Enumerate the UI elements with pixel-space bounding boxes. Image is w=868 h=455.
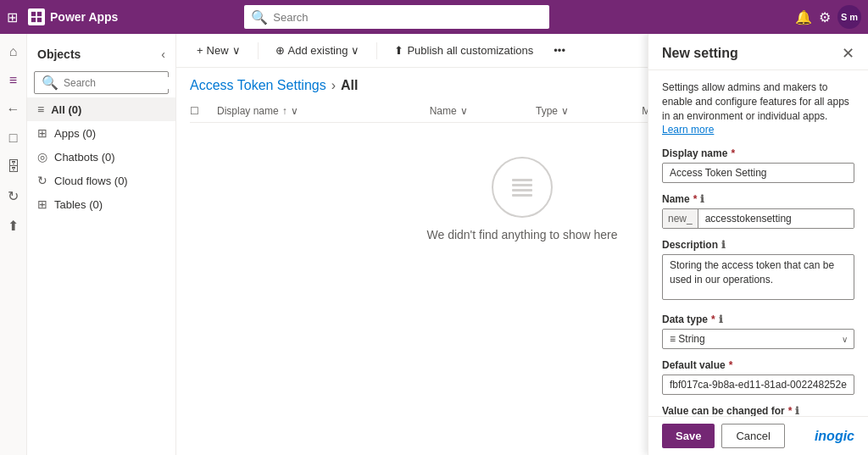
new-label: New	[207, 44, 229, 57]
sidebar-item-all-label: All (0)	[51, 103, 81, 116]
add-existing-icon: ⊕	[275, 44, 285, 57]
svg-rect-3	[37, 18, 42, 22]
search-input[interactable]	[273, 11, 542, 24]
sidebar-header: Objects ‹	[27, 41, 175, 68]
sidebar-item-cloud-flows[interactable]: ↻ Cloud flows (0)	[27, 169, 175, 192]
top-navigation: ⊞ Power Apps 🔍 🔔 ⚙ S m	[0, 0, 868, 34]
apps-icon[interactable]: □	[6, 127, 21, 149]
svg-rect-1	[37, 12, 42, 16]
panel-footer: Save Cancel inogic	[648, 416, 868, 455]
new-setting-panel: New setting ✕ Settings allow admins and …	[648, 34, 868, 455]
data-type-info-icon[interactable]: ℹ	[719, 314, 723, 325]
learn-more-link[interactable]: Learn more	[662, 124, 714, 136]
default-value-required: *	[729, 359, 733, 371]
filter-icon: ∨	[291, 105, 298, 117]
description-info-icon[interactable]: ℹ	[721, 239, 726, 251]
name-prefix-text: new_	[663, 209, 698, 228]
inogic-logo: inogic	[815, 429, 854, 444]
data-type-select-wrapper: ≡ String Number Boolean ∨	[662, 329, 854, 349]
publish-icon[interactable]: ⬆	[4, 214, 22, 237]
empty-icon	[492, 157, 553, 218]
grid-icon[interactable]: ⊞	[7, 9, 18, 25]
value-changed-required: *	[788, 405, 793, 416]
description-textarea[interactable]: Storing the access token that can be use…	[662, 254, 854, 300]
data-type-label: Data type * ℹ	[662, 314, 854, 325]
th-type[interactable]: Type ∨	[536, 105, 642, 117]
svg-rect-2	[31, 18, 36, 22]
plus-icon: +	[197, 44, 203, 57]
chatbots-icon: ◎	[37, 150, 47, 164]
search-bar[interactable]: 🔍	[244, 5, 549, 29]
brand-icon	[28, 8, 45, 25]
toolbar-divider-1	[258, 42, 259, 59]
name-group: Name * ℹ new_	[662, 193, 854, 229]
back-icon[interactable]: ←	[3, 98, 24, 120]
settings-icon[interactable]: ⚙	[819, 9, 831, 25]
apps-sidebar-icon: ⊞	[37, 126, 47, 140]
type-sort-icon: ∨	[561, 105, 569, 117]
sidebar-item-tables-label: Tables (0)	[54, 198, 103, 211]
sidebar-item-apps-label: Apps (0)	[54, 127, 96, 140]
publish-icon: ⬆	[394, 44, 403, 57]
display-name-label: Display name *	[662, 147, 854, 159]
sidebar-item-chatbots[interactable]: ◎ Chatbots (0)	[27, 145, 175, 169]
sidebar-item-all[interactable]: ≡ All (0)	[27, 97, 175, 121]
more-button[interactable]: •••	[547, 41, 572, 60]
flows-icon[interactable]: ↻	[4, 185, 22, 208]
sidebar-search-input[interactable]	[64, 77, 176, 89]
svg-rect-4	[512, 179, 532, 181]
display-name-input[interactable]	[662, 163, 854, 183]
bell-icon[interactable]: 🔔	[795, 9, 812, 25]
icon-rail: ⌂ ≡ ← □ 🗄 ↻ ⬆	[0, 34, 27, 455]
svg-rect-5	[512, 184, 532, 186]
home-icon[interactable]: ⌂	[6, 41, 21, 63]
sidebar-item-chatbots-label: Chatbots (0)	[54, 151, 115, 164]
panel-close-button[interactable]: ✕	[842, 44, 854, 63]
display-name-required: *	[731, 147, 735, 159]
data-icon[interactable]: 🗄	[3, 156, 24, 178]
sidebar: Objects ‹ 🔍 ≡ All (0) ⊞ Apps (0) ◎ Chatb…	[27, 34, 176, 455]
th-name[interactable]: Name ∨	[430, 105, 536, 117]
value-changed-group: Value can be changed for * ℹ Environment…	[662, 405, 854, 416]
footer-buttons: Save Cancel	[662, 424, 785, 448]
breadcrumb-current: All	[341, 78, 358, 93]
new-button[interactable]: + New ∨	[190, 41, 248, 60]
add-existing-button[interactable]: ⊕ Add existing ∨	[269, 41, 367, 60]
more-icon: •••	[554, 44, 565, 57]
default-value-group: Default value *	[662, 359, 854, 395]
name-required: *	[693, 193, 698, 205]
name-field-wrapper: new_	[662, 208, 854, 229]
avatar[interactable]: S m	[837, 5, 861, 29]
breadcrumb-parent[interactable]: Access Token Settings	[190, 78, 326, 93]
sidebar-item-apps[interactable]: ⊞ Apps (0)	[27, 121, 175, 145]
sidebar-search[interactable]: 🔍	[34, 71, 169, 94]
sidebar-item-tables[interactable]: ⊞ Tables (0)	[27, 192, 175, 216]
name-sort-icon: ∨	[460, 105, 468, 117]
all-icon: ≡	[37, 103, 44, 116]
data-type-select[interactable]: ≡ String Number Boolean	[662, 329, 854, 349]
content-area: + New ∨ ⊕ Add existing ∨ ⬆ Publish all c…	[176, 34, 868, 455]
save-button[interactable]: Save	[662, 424, 715, 448]
data-type-required: *	[711, 314, 715, 325]
name-info-icon[interactable]: ℹ	[700, 193, 704, 205]
th-display-name[interactable]: Display name ↑ ∨	[217, 105, 430, 117]
svg-rect-6	[512, 189, 532, 191]
main-layout: ⌂ ≡ ← □ 🗄 ↻ ⬆ Objects ‹ 🔍 ≡ All (0) ⊞ Ap…	[0, 34, 868, 455]
name-input[interactable]	[698, 209, 854, 228]
sidebar-collapse-icon[interactable]: ‹	[161, 47, 165, 61]
objects-icon[interactable]: ≡	[6, 69, 20, 92]
description-group: Description ℹ Storing the access token t…	[662, 239, 854, 303]
sidebar-item-cloud-flows-label: Cloud flows (0)	[54, 175, 128, 187]
value-changed-info-icon[interactable]: ℹ	[795, 405, 799, 416]
description-label: Description ℹ	[662, 239, 854, 251]
panel-description: Settings allow admins and makers to enab…	[662, 80, 854, 137]
default-value-input[interactable]	[662, 375, 854, 395]
panel-body: Settings allow admins and makers to enab…	[648, 70, 868, 416]
toolbar-divider-2	[376, 42, 377, 59]
add-existing-chevron-icon: ∨	[351, 44, 359, 57]
cancel-button[interactable]: Cancel	[721, 424, 784, 448]
value-changed-label: Value can be changed for * ℹ	[662, 405, 854, 416]
publish-button[interactable]: ⬆ Publish all customizations	[387, 41, 540, 60]
tables-icon: ⊞	[37, 197, 47, 211]
display-name-group: Display name *	[662, 147, 854, 183]
